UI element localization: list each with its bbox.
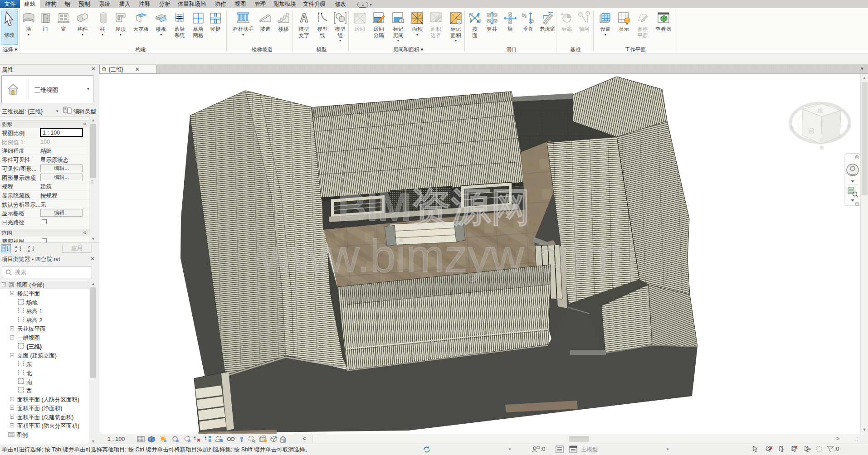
svg-text:顶: 顶	[817, 107, 823, 114]
svg-text:1: 1	[561, 11, 563, 14]
svg-text:南: 南	[819, 145, 824, 150]
svg-text:A: A	[28, 249, 30, 253]
svg-text:西: 西	[790, 126, 794, 131]
svg-text:BIM资源网: BIM资源网	[338, 184, 531, 229]
svg-text:东: 东	[847, 124, 851, 129]
svg-text:www.bimzyw.com: www.bimzyw.com	[259, 230, 622, 282]
svg-text:1: 1	[400, 19, 402, 23]
svg-text:Z: Z	[15, 249, 17, 253]
svg-text:前: 前	[808, 127, 814, 134]
svg-text:1: 1	[458, 20, 460, 24]
